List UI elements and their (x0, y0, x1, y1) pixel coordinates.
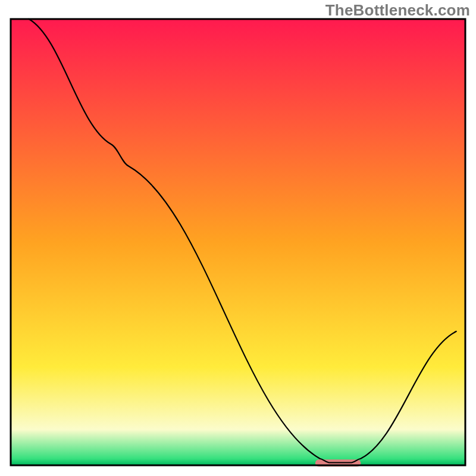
bottleneck-chart (0, 0, 476, 476)
chart-container: TheBottleneck.com (0, 0, 476, 476)
plot-background (11, 19, 465, 465)
watermark-label: TheBottleneck.com (325, 1, 470, 20)
